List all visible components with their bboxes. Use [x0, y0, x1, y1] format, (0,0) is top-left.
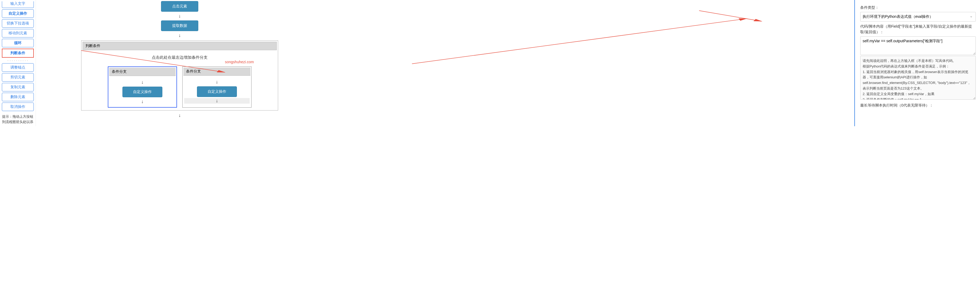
sidebar-btn-adjust-anchor[interactable]: 调整锚点 — [2, 63, 34, 72]
watermark: songshuhezi.com — [225, 60, 254, 64]
node-extract-data[interactable]: 提取数据 — [161, 21, 198, 31]
condition-branch-1[interactable]: 条件分支 ↓ 自定义操作 ↓ — [108, 66, 177, 108]
flow-canvas: 点击元素 ↓ 提取数据 ↓ 判断条件 点击此处在最左边增加条件分支 条件分支 ↓… — [36, 0, 855, 126]
textarea-info[interactable] — [860, 56, 976, 100]
sidebar-btn-input-text[interactable]: 输入文字 — [2, 1, 34, 8]
condition-header[interactable]: 判断条件 — [83, 42, 277, 50]
condition-branch-2[interactable]: 条件分支 ↓ 自定义操作 ↓ — [182, 66, 251, 108]
sidebar-tip: 提示：拖动上方按钮到流程图箭头处以添 — [1, 112, 35, 126]
label-condition-type: 条件类型： — [860, 5, 976, 10]
sidebar-btn-switch-dropdown[interactable]: 切换下拉选项 — [2, 19, 34, 28]
sidebar-btn-loop[interactable]: 循环 — [2, 39, 34, 47]
properties-panel: 条件类型： 执行环境下的Python表达式值（eval操作） 代码/脚本内容（用… — [855, 0, 980, 126]
sidebar-btn-delete[interactable]: 删除元素 — [2, 93, 34, 101]
sidebar-btn-custom-op[interactable]: 自定义操作 — [2, 9, 34, 18]
branch-node-custom-op[interactable]: 自定义操作 — [197, 86, 237, 97]
sidebar-btn-copy[interactable]: 复制元素 — [2, 83, 34, 92]
arrow-down-icon: ↓ — [110, 99, 175, 104]
sidebar-btn-condition[interactable]: 判断条件 — [2, 49, 34, 58]
arrow-down-icon: ↓ — [184, 98, 250, 104]
label-wait-time: 最长等待脚本执行时间（0代表无限等待）： — [860, 103, 976, 108]
node-click-element[interactable]: 点击元素 — [161, 1, 198, 12]
arrow-down-icon: ↓ — [184, 79, 250, 85]
sidebar-btn-cancel[interactable]: 取消操作 — [2, 103, 34, 111]
sidebar-btn-move-to-element[interactable]: 移动到元素 — [2, 29, 34, 38]
condition-container[interactable]: 判断条件 点击此处在最左边增加条件分支 条件分支 ↓ 自定义操作 ↓ 条件分支 — [81, 40, 278, 111]
arrow-down-icon: ↓ — [60, 112, 299, 118]
sidebar-btn-cut[interactable]: 剪切元素 — [2, 73, 34, 82]
branch-header[interactable]: 条件分支 — [183, 68, 250, 76]
select-condition-type[interactable]: 执行环境下的Python表达式值（eval操作） — [860, 12, 976, 22]
arrow-down-icon: ↓ — [60, 33, 299, 38]
textarea-code[interactable] — [860, 36, 976, 55]
branch-header[interactable]: 条件分支 — [109, 68, 176, 76]
label-code-content: 代码/脚本内容（用Field["字段名"]来输入某字段/自定义操作的最新提取/返… — [860, 24, 976, 35]
branch-node-custom-op[interactable]: 自定义操作 — [123, 87, 162, 97]
divider: - - - - - - - - - - — [1, 59, 35, 62]
sidebar: 输入文字 自定义操作 切换下拉选项 移动到元素 循环 判断条件 - - - - … — [0, 0, 36, 126]
arrow-down-icon: ↓ — [60, 13, 299, 19]
arrow-down-icon: ↓ — [110, 79, 175, 85]
